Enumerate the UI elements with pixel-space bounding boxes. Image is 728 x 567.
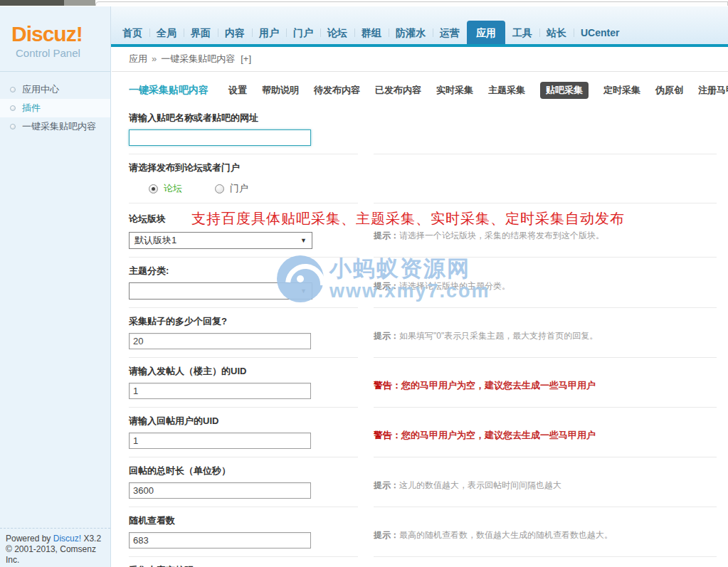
select-dropdown[interactable]: 默认版块1▼ [129, 232, 312, 249]
form-row-left-cell: 回帖的总时长（单位秒） [129, 457, 358, 507]
plugin-tab[interactable]: 伪原创 [655, 84, 683, 97]
form-row-right-cell: 提示：请选择一个论坛版块，采集的结果将发布到这个版块。 [374, 203, 717, 258]
radio-label: 论坛 [164, 182, 182, 195]
bullet-icon [10, 124, 16, 129]
plugin-tab[interactable]: 设置 [228, 84, 247, 97]
form-row-left-cell: 采集内容审核吗 [129, 557, 358, 567]
top-nav-tab[interactable]: 运营 [433, 23, 467, 44]
field-control-slot: 论坛门户 [129, 182, 358, 195]
form-row-right-cell: 警告：您的马甲用户为空，建议您去生成一些马甲用户 [374, 358, 717, 408]
top-nav-tab[interactable]: 防灌水 [389, 23, 433, 44]
form-row-left-cell: 采集贴子的多少个回复? [129, 308, 358, 358]
form-row: 采集贴子的多少个回复? 提示：如果填写"0"表示只采集主题，最大支持首页的回复。 [129, 308, 717, 358]
hint-text: 您的马甲用户为空，建议您去生成一些马甲用户 [401, 430, 596, 440]
top-nav-tab[interactable]: 内容 [218, 23, 252, 44]
plugin-tab[interactable]: 已发布内容 [375, 84, 421, 97]
top-nav-tab[interactable]: 工具 [505, 23, 539, 44]
breadcrumb-section[interactable]: 应用 [129, 53, 147, 64]
browser-tab-edge [95, 1, 728, 6]
form-row: 请输入发帖人（楼主）的UID 警告：您的马甲用户为空，建议您去生成一些马甲用户 [129, 358, 717, 408]
form-label-line: 请选择发布到论坛或者门户 [129, 161, 358, 174]
form-row: 回帖的总时长（单位秒） 提示：这儿的数值越大，表示回帖时间间隔也越大 [129, 457, 717, 507]
top-nav-tab[interactable]: 门户 [286, 23, 320, 44]
form-label-line: 请输入回帖用户的UID [129, 415, 358, 427]
text-input[interactable] [129, 383, 311, 399]
sidebar-footer: Powered by Discuz! X3.2 © 2001-2013, Com… [0, 528, 110, 567]
breadcrumb: 应用»一键采集贴吧内容[+] [112, 47, 728, 72]
text-input[interactable] [129, 532, 311, 549]
top-nav-tab[interactable]: 站长 [539, 23, 574, 44]
discuz-logo: Discuz! [0, 23, 110, 45]
radio-button[interactable] [149, 184, 158, 194]
form-label-line: 随机查看数 [129, 514, 358, 526]
top-nav-tab[interactable]: 应用 [467, 21, 505, 44]
form-row-left-cell: 随机查看数 [129, 507, 358, 557]
breadcrumb-separator: » [152, 53, 157, 64]
text-input[interactable] [129, 482, 311, 499]
sidebar-item[interactable]: 应用中心 [0, 80, 110, 99]
form-label-line: 请输入贴吧名称或者贴吧的网址 [129, 112, 358, 124]
hint-text: 这儿的数值越大，表示回帖时间间隔也越大 [399, 480, 561, 490]
plugin-tab[interactable]: 贴吧采集 [540, 82, 589, 99]
chevron-down-icon: ▼ [300, 237, 307, 244]
hint-text: 如果填写"0"表示只采集主题，最大支持首页的回复。 [399, 331, 598, 341]
hint-prefix: 提示： [374, 230, 399, 240]
top-nav-tab[interactable]: 首页 [115, 23, 149, 44]
field-hint: 提示：这儿的数值越大，表示回帖时间间隔也越大 [374, 479, 561, 495]
page-title: 一键采集贴吧内容 [129, 84, 209, 97]
form-label-line: 采集内容审核吗 [129, 564, 358, 567]
hint-text: 您的马甲用户为空，建议您去生成一些马甲用户 [401, 380, 596, 391]
field-hint: 警告：您的马甲用户为空，建议您去生成一些马甲用户 [374, 380, 596, 396]
plugin-tab[interactable]: 定时采集 [603, 84, 640, 97]
field-label: 请输入贴吧名称或者贴吧的网址 [129, 112, 258, 124]
top-nav-tab[interactable]: 全局 [149, 23, 184, 44]
sidebar-item[interactable]: 一键采集贴吧内容 [0, 117, 110, 136]
top-nav-tab[interactable]: 论坛 [320, 23, 354, 44]
radio-button[interactable] [215, 184, 224, 194]
sidebar-item-label: 一键采集贴吧内容 [22, 117, 96, 136]
form-row-right-cell: 提示：最高的随机查看数，数值越大生成的随机查看数也越大。 [374, 507, 717, 557]
sidebar-item[interactable]: 插件 [0, 99, 110, 117]
powered-by-line: Powered by Discuz! X3.2 [6, 534, 110, 544]
hint-prefix: 警告： [374, 380, 401, 391]
hint-text: 最高的随机查看数，数值越大生成的随机查看数也越大。 [399, 530, 613, 540]
form-row-right-cell [374, 557, 717, 567]
top-nav-tab[interactable]: 群组 [354, 23, 389, 44]
plugin-tabs: 设置帮助说明待发布内容已发布内容实时采集主题采集贴吧采集定时采集伪原创注册马甲管… [228, 82, 728, 99]
top-header: 首页全局界面内容用户门户论坛群组防灌水运营应用工具站长UCenter [111, 6, 728, 44]
field-label: 请输入发帖人（楼主）的UID [129, 365, 246, 377]
browser-chrome-dark-segment [0, 0, 64, 6]
form-row-right-cell: 提示：请选择论坛版块的主题分类。 [374, 258, 717, 308]
plugin-tab[interactable]: 帮助说明 [262, 84, 299, 97]
plugin-tab[interactable]: 注册马甲 [698, 84, 728, 97]
text-input[interactable] [129, 333, 311, 349]
hint-text: 请选择论坛版块的主题分类。 [399, 281, 510, 291]
form-row: 采集内容审核吗 [129, 557, 717, 567]
form-row: 主题分类: ▼ 提示：请选择论坛版块的主题分类。 [129, 258, 717, 308]
form-label-line: 回帖的总时长（单位秒） [129, 465, 358, 477]
select-dropdown[interactable]: ▼ [129, 282, 312, 300]
discuz-link[interactable]: Discuz! [53, 534, 81, 544]
bullet-icon [10, 87, 16, 92]
select-value: 默认版块1 [134, 234, 176, 247]
field-control-slot [129, 532, 358, 549]
browser-chrome [0, 0, 728, 6]
form-row-left-cell: 请输入贴吧名称或者贴吧的网址 [129, 105, 358, 154]
form-row-left-cell: 主题分类: ▼ [129, 258, 358, 308]
top-nav-tab[interactable]: UCenter [574, 23, 626, 44]
field-label: 采集贴子的多少个回复? [129, 315, 227, 327]
plugin-tab[interactable]: 待发布内容 [314, 84, 360, 97]
hint-prefix: 警告： [374, 430, 401, 440]
plugin-tab[interactable]: 实时采集 [436, 84, 473, 97]
form-row-left-cell: 请选择发布到论坛或者门户 论坛门户 [129, 154, 358, 203]
plugin-tab[interactable]: 主题采集 [488, 84, 525, 97]
text-input[interactable] [129, 433, 311, 449]
hint-prefix: 提示： [374, 480, 399, 490]
top-nav-tab[interactable]: 用户 [252, 23, 286, 44]
version-text: X3.2 [83, 534, 101, 544]
text-input[interactable] [129, 129, 311, 146]
breadcrumb-add-button[interactable]: [+] [241, 53, 251, 64]
top-nav-tab[interactable]: 界面 [184, 23, 218, 44]
field-label: 主题分类: [129, 265, 169, 277]
form-row: 论坛版块 支持百度具体贴吧采集、主题采集、实时采集、定时采集自动发布 默认版块1… [129, 203, 717, 258]
